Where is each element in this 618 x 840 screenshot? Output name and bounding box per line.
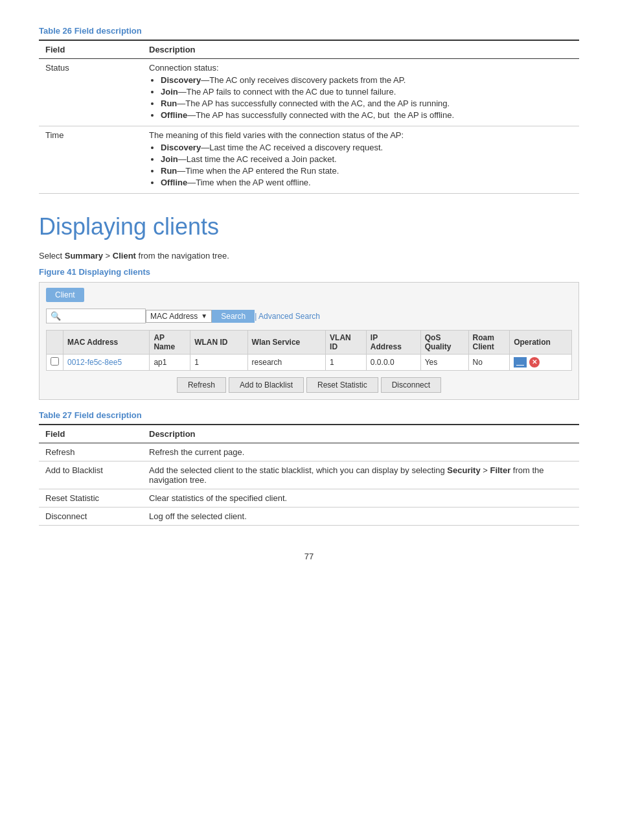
- field-reset: Reset Statistic: [39, 489, 143, 508]
- disconnect-button[interactable]: Disconnect: [381, 377, 441, 393]
- mac-address-dropdown[interactable]: MAC Address ▼: [146, 310, 212, 323]
- client-tab[interactable]: Client: [46, 288, 84, 302]
- col-ip: IPAddress: [366, 331, 420, 355]
- refresh-button[interactable]: Refresh: [177, 377, 226, 393]
- table27-col1: Field: [39, 425, 143, 443]
- cell-ap: ap1: [150, 355, 190, 371]
- cell-qos: Yes: [420, 355, 468, 371]
- search-button[interactable]: Search: [212, 310, 255, 323]
- client-data-table: MAC Address APName WLAN ID Wlan Service …: [46, 330, 572, 371]
- col-operation: Operation: [510, 331, 572, 355]
- cell-roam: No: [468, 355, 510, 371]
- table27-title: Table 27 Field description: [39, 410, 579, 420]
- cell-ip: 0.0.0.0: [366, 355, 420, 371]
- table-row: Refresh Refresh the current page.: [39, 443, 579, 461]
- table-row: Disconnect Log off the selected client.: [39, 508, 579, 526]
- table26: Field Description Status Connection stat…: [39, 40, 579, 194]
- table-row: Time The meaning of this field varies wi…: [39, 126, 579, 194]
- cell-vlan: 1: [326, 355, 367, 371]
- table-row: 0012-fe5c-8ee5 ap1 1 research 1 0.0.0.0 …: [47, 355, 572, 371]
- search-icon: 🔍: [51, 311, 61, 321]
- page-number: 77: [39, 552, 579, 561]
- stop-icon[interactable]: ✕: [529, 357, 540, 368]
- col-vlan: VLANID: [326, 331, 367, 355]
- field-disconnect: Disconnect: [39, 508, 143, 526]
- chevron-down-icon: ▼: [201, 312, 207, 320]
- desc-reset: Clear statistics of the specified client…: [143, 489, 579, 508]
- nav-instruction: Select Summary > Client from the navigat…: [39, 251, 579, 261]
- figure-label: Figure 41 Displaying clients: [39, 267, 579, 277]
- col-qos: QoSQuality: [420, 331, 468, 355]
- col-mac: MAC Address: [63, 331, 150, 355]
- cell-operation: ✕: [510, 355, 572, 371]
- dropdown-label: MAC Address: [150, 312, 198, 321]
- table26-col2: Description: [143, 40, 579, 59]
- cell-wlan-service: research: [247, 355, 326, 371]
- search-input[interactable]: [63, 312, 141, 321]
- table27: Field Description Refresh Refresh the cu…: [39, 424, 579, 526]
- table26-title: Table 26 Field description: [39, 26, 579, 36]
- desc-disconnect: Log off the selected client.: [143, 508, 579, 526]
- search-container: 🔍 MAC Address ▼ Search | Advanced Search: [46, 309, 572, 323]
- col-roam: RoamClient: [468, 331, 510, 355]
- desc-status: Connection status: Discovery—The AC only…: [143, 59, 579, 126]
- col-wlan-service: Wlan Service: [247, 331, 326, 355]
- field-status: Status: [39, 59, 143, 126]
- advanced-search-link[interactable]: | Advanced Search: [255, 312, 320, 321]
- field-add-blacklist: Add to Blacklist: [39, 461, 143, 489]
- table-row: Add to Blacklist Add the selected client…: [39, 461, 579, 489]
- security-bold: Security: [447, 465, 480, 475]
- desc-time: The meaning of this field varies with th…: [143, 126, 579, 194]
- client-widget: Client 🔍 MAC Address ▼ Search | Advanced…: [39, 282, 579, 400]
- monitor-icon[interactable]: [514, 357, 527, 368]
- add-blacklist-button[interactable]: Add to Blacklist: [229, 377, 304, 393]
- row-select-checkbox[interactable]: [51, 357, 59, 366]
- operation-icons: ✕: [514, 357, 567, 368]
- filter-bold: Filter: [490, 465, 510, 475]
- col-wlan-id: WLAN ID: [190, 331, 247, 355]
- nav-client: Client: [113, 251, 136, 261]
- mac-link[interactable]: 0012-fe5c-8ee5: [67, 358, 122, 367]
- table27-col2: Description: [143, 425, 579, 443]
- page-heading: Displaying clients: [39, 213, 579, 240]
- search-input-box: 🔍: [46, 309, 146, 323]
- reset-statistic-button[interactable]: Reset Statistic: [306, 377, 378, 393]
- cell-wlan-id: 1: [190, 355, 247, 371]
- table-row: Reset Statistic Clear statistics of the …: [39, 489, 579, 508]
- row-checkbox[interactable]: [47, 355, 63, 371]
- col-ap: APName: [150, 331, 190, 355]
- field-refresh: Refresh: [39, 443, 143, 461]
- cell-mac: 0012-fe5c-8ee5: [63, 355, 150, 371]
- desc-refresh: Refresh the current page.: [143, 443, 579, 461]
- table26-col1: Field: [39, 40, 143, 59]
- action-buttons: Refresh Add to Blacklist Reset Statistic…: [46, 377, 572, 393]
- table-row: Status Connection status: Discovery—The …: [39, 59, 579, 126]
- col-checkbox: [47, 331, 63, 355]
- field-time: Time: [39, 126, 143, 194]
- desc-add-blacklist: Add the selected client to the static bl…: [143, 461, 579, 489]
- nav-summary: Summary: [65, 251, 103, 261]
